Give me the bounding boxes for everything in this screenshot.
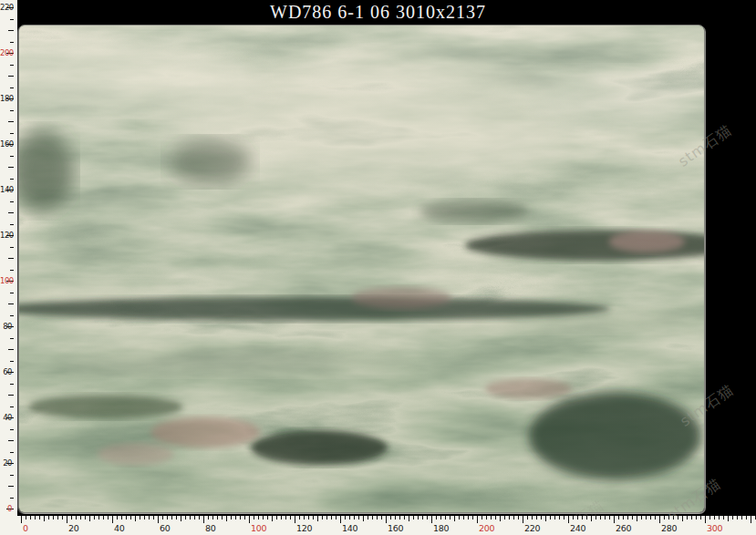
ruler-tick bbox=[117, 516, 118, 520]
ruler-tick bbox=[564, 516, 564, 520]
ruler-label: 60 bbox=[160, 523, 171, 533]
ruler-tick bbox=[545, 516, 546, 521]
ruler-tick bbox=[304, 516, 305, 520]
ruler-tick bbox=[176, 516, 177, 520]
ruler-tick bbox=[554, 516, 555, 520]
ruler-tick bbox=[8, 258, 14, 259]
ruler-tick bbox=[276, 516, 277, 520]
ruler-label: 140 bbox=[0, 185, 12, 194]
ruler-label: 120 bbox=[0, 231, 12, 240]
ruler-tick bbox=[258, 516, 259, 520]
ruler-tick bbox=[153, 516, 154, 520]
ruler-tick bbox=[550, 516, 551, 520]
ruler-tick bbox=[57, 516, 58, 520]
ruler-tick bbox=[10, 42, 14, 43]
ruler-tick bbox=[149, 516, 150, 520]
ruler-tick bbox=[217, 516, 218, 520]
ruler-tick bbox=[418, 516, 419, 520]
ruler-tick bbox=[10, 87, 14, 88]
ruler-tick bbox=[504, 516, 505, 520]
ruler-tick bbox=[741, 516, 742, 520]
ruler-tick bbox=[98, 516, 99, 520]
ruler-tick bbox=[240, 516, 241, 520]
ruler-tick bbox=[427, 516, 428, 520]
ruler-tick bbox=[700, 516, 701, 520]
ruler-tick bbox=[249, 516, 250, 523]
ruler-tick bbox=[185, 516, 186, 520]
ruler-tick bbox=[10, 498, 14, 499]
ruler-tick bbox=[513, 516, 514, 520]
ruler-label: 40 bbox=[0, 413, 12, 422]
ruler-tick bbox=[582, 516, 583, 520]
ruler-tick bbox=[10, 247, 14, 248]
ruler-tick bbox=[10, 384, 14, 385]
ruler-tick bbox=[486, 516, 487, 520]
ruler-tick bbox=[468, 516, 469, 520]
ruler-tick bbox=[10, 156, 14, 157]
ruler-tick bbox=[500, 516, 501, 521]
ruler-tick bbox=[231, 516, 232, 520]
ruler-label: 160 bbox=[388, 523, 403, 533]
ruler-tick bbox=[463, 516, 464, 520]
ruler-tick bbox=[8, 486, 14, 487]
ruler-tick bbox=[737, 516, 738, 520]
ruler-tick bbox=[331, 516, 332, 520]
ruler-tick bbox=[454, 516, 455, 521]
ruler-tick bbox=[190, 516, 191, 520]
ruler-tick bbox=[609, 516, 610, 520]
ruler-tick bbox=[10, 19, 14, 20]
ruler-tick bbox=[67, 516, 67, 523]
ruler-tick bbox=[10, 429, 14, 430]
ruler-tick bbox=[10, 361, 14, 362]
ruler-tick bbox=[650, 516, 651, 520]
ruler-tick bbox=[445, 516, 446, 520]
ruler-tick bbox=[10, 224, 14, 225]
ruler-tick bbox=[317, 516, 318, 521]
ruler-tick bbox=[254, 516, 254, 520]
ruler-tick bbox=[308, 516, 309, 520]
ruler-tick bbox=[573, 516, 574, 520]
ruler-tick bbox=[673, 516, 674, 520]
ruler-tick bbox=[668, 516, 669, 520]
ruler-tick bbox=[8, 212, 14, 213]
ruler-tick bbox=[349, 516, 350, 520]
ruler-tick bbox=[482, 516, 482, 520]
ruler-label: 160 bbox=[0, 139, 12, 149]
ruler-tick bbox=[8, 304, 14, 304]
ruler-tick bbox=[162, 516, 163, 520]
ruler-tick bbox=[523, 516, 523, 523]
ruler-tick bbox=[285, 516, 286, 520]
ruler-tick bbox=[678, 516, 678, 520]
ruler-tick bbox=[226, 516, 227, 521]
ruler-tick bbox=[76, 516, 77, 520]
ruler-tick bbox=[326, 516, 327, 520]
ruler-tick bbox=[436, 516, 437, 520]
ruler-tick bbox=[167, 516, 168, 520]
ruler-tick bbox=[623, 516, 624, 520]
ruler-tick bbox=[358, 516, 359, 520]
ruler-tick bbox=[495, 516, 496, 520]
ruler-tick bbox=[158, 516, 159, 523]
ruler-tick bbox=[281, 516, 282, 520]
ruler-tick bbox=[295, 516, 295, 523]
ruler-tick bbox=[10, 110, 14, 111]
ruler-tick bbox=[381, 516, 382, 520]
ruler-tick bbox=[664, 516, 665, 520]
title-bar: WD786 6-1 06 3010x2137 bbox=[0, 0, 756, 25]
ruler-tick bbox=[459, 516, 460, 520]
ruler-tick bbox=[121, 516, 122, 520]
ruler-tick bbox=[8, 167, 14, 168]
ruler-tick bbox=[8, 121, 14, 122]
ruler-label: 220 bbox=[524, 523, 540, 533]
ruler-tick bbox=[199, 516, 200, 520]
ruler-tick bbox=[10, 65, 14, 66]
ruler-tick bbox=[363, 516, 364, 521]
ruler-tick bbox=[235, 516, 236, 520]
ruler-tick bbox=[194, 516, 195, 520]
ruler-tick bbox=[527, 516, 528, 520]
ruler-tick bbox=[103, 516, 104, 520]
ruler-tick bbox=[62, 516, 63, 520]
ruler-tick bbox=[89, 516, 90, 521]
ruler-tick bbox=[8, 76, 14, 77]
ruler-tick bbox=[108, 516, 109, 520]
